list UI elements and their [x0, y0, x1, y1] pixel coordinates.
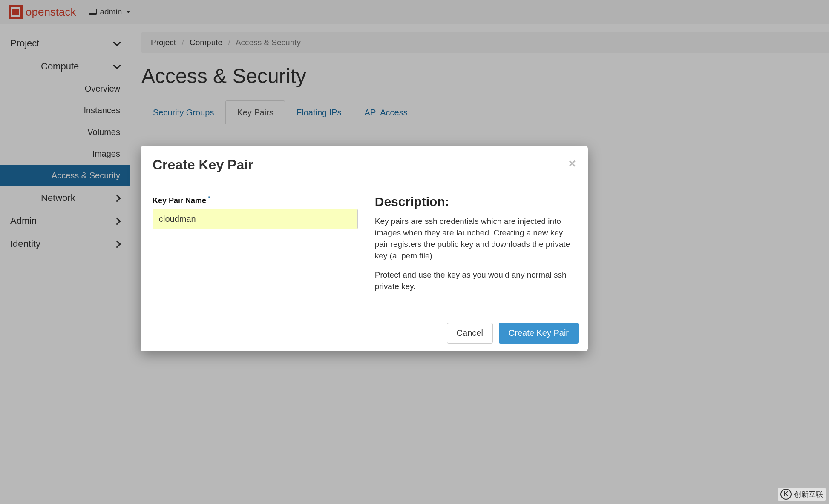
modal-create-key-pair: Create Key Pair × Key Pair Name* Descrip…	[141, 146, 588, 351]
close-icon[interactable]: ×	[568, 157, 576, 170]
description-title: Description:	[375, 195, 576, 209]
watermark-text: 创新互联	[794, 490, 823, 499]
create-key-pair-button[interactable]: Create Key Pair	[499, 323, 579, 344]
key-pair-name-input[interactable]	[153, 209, 358, 229]
description-paragraph: Protect and use the key as you would any…	[375, 269, 576, 292]
required-icon: *	[208, 195, 210, 201]
modal-body: Key Pair Name* Description: Key pairs ar…	[141, 184, 588, 315]
modal-title: Create Key Pair	[153, 157, 253, 173]
modal-description: Description: Key pairs are ssh credentia…	[375, 195, 576, 300]
description-paragraph: Key pairs are ssh credentials which are …	[375, 216, 576, 262]
field-label-text: Key Pair Name	[153, 196, 206, 205]
modal-footer: Cancel Create Key Pair	[141, 315, 588, 351]
field-label-key-pair-name: Key Pair Name*	[153, 195, 210, 205]
cancel-button[interactable]: Cancel	[447, 323, 493, 344]
watermark: K 创新互联	[778, 488, 826, 501]
modal-header: Create Key Pair ×	[141, 146, 588, 184]
watermark-logo-icon: K	[780, 489, 792, 500]
modal-form: Key Pair Name*	[153, 195, 358, 300]
